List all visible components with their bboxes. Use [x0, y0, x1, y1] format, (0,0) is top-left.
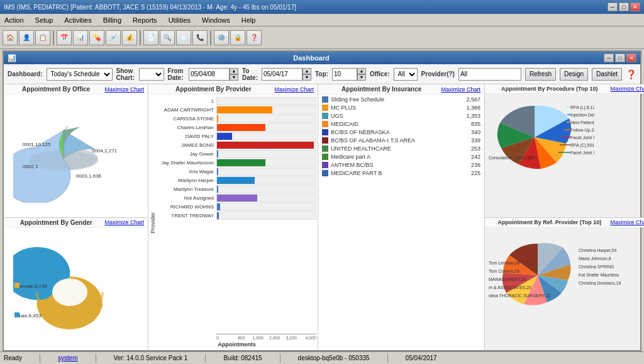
- tool-btn-15[interactable]: ❓: [247, 30, 262, 45]
- maximize-chart-provider[interactable]: Maximize Chart: [274, 86, 314, 93]
- status-desktop: desktop-bq5e0b - 050335: [298, 355, 370, 361]
- tool-btn-14[interactable]: 🔒: [230, 30, 245, 45]
- insurance-list: Sliding Fee Schedule2,567MC PLUS1,366UGS…: [318, 94, 484, 350]
- office-select[interactable]: All: [394, 68, 418, 81]
- menu-setup[interactable]: Setup: [33, 16, 55, 25]
- insurance-row: UGS1,353: [321, 112, 482, 120]
- tool-btn-5[interactable]: 📊: [73, 30, 88, 45]
- show-chart-select[interactable]: [139, 68, 164, 81]
- bar-label: Jay Shafer Mauritzsson: [157, 160, 216, 166]
- dashlet-button[interactable]: Dashlet: [592, 68, 622, 81]
- refresh-button[interactable]: Refresh: [525, 68, 556, 81]
- svg-text:Christina Domiano,18: Christina Domiano,18: [579, 281, 621, 285]
- maximize-chart-procedure[interactable]: Maximize Chart: [610, 86, 644, 92]
- bar-fill: [217, 177, 255, 184]
- menu-action[interactable]: Action: [3, 16, 26, 25]
- bar-label: Jay Gower: [157, 151, 216, 157]
- maximize-chart-gender[interactable]: Maximize Chart: [104, 219, 144, 225]
- to-date-input[interactable]: [262, 68, 303, 81]
- tool-btn-11[interactable]: ✉️: [176, 30, 191, 45]
- svg-text:Female,6,749: Female,6,749: [16, 283, 47, 289]
- tool-btn-3[interactable]: 📋: [35, 30, 50, 45]
- menu-billing[interactable]: Billing: [101, 16, 123, 25]
- to-date-up[interactable]: ▲: [303, 68, 311, 74]
- top-up[interactable]: ▲: [357, 68, 366, 74]
- dashboard-titlebar: 📊 Dashboard ─ □ ✕: [4, 52, 640, 64]
- tool-btn-6[interactable]: 💊: [89, 30, 104, 45]
- bar-fill: [217, 159, 265, 166]
- maximize-button[interactable]: □: [619, 3, 629, 11]
- from-date-input[interactable]: [189, 68, 230, 81]
- top-label: Top:: [315, 71, 328, 77]
- bar-label: RICHARD WOHNS: [157, 204, 216, 210]
- dash-close-btn[interactable]: ✕: [626, 54, 636, 62]
- menu-activities[interactable]: Activities: [62, 16, 93, 25]
- insurance-dot: [322, 162, 328, 168]
- status-version: Ver: 14.0.0 Service Pack 1: [114, 355, 188, 361]
- bar-fill: [217, 115, 218, 122]
- svg-text:Injection Detailed: Injection Detailed: [570, 113, 594, 118]
- top-down[interactable]: ▼: [357, 74, 366, 81]
- dashboard-window: 📊 Dashboard ─ □ ✕ Dashboard: Today's Sch…: [3, 50, 641, 351]
- bar-label: Charles Lenihan: [157, 125, 216, 130]
- tool-btn-1[interactable]: 🏠: [3, 30, 18, 45]
- bar-axis: 0 800 1,600 2,400 3,200 4,000: [216, 334, 316, 340]
- insurance-value: 2,567: [466, 96, 480, 103]
- svg-rect-11: [14, 283, 19, 288]
- gender-donut-svg: Female,6,749 Male,6,453: [13, 245, 139, 333]
- tool-btn-8[interactable]: 💰: [122, 30, 137, 45]
- svg-text:Christina SPRING: Christina SPRING: [579, 264, 614, 269]
- maximize-chart-insurance[interactable]: Maximize Chart: [441, 86, 480, 93]
- from-date-down[interactable]: ▼: [230, 74, 238, 81]
- to-date-down[interactable]: ▼: [303, 74, 311, 81]
- to-date-wrap: ▲ ▼: [262, 68, 311, 81]
- maximize-chart-ref[interactable]: Maximize Chart: [610, 219, 644, 225]
- dashboard-title-buttons[interactable]: ─ □ ✕: [604, 54, 636, 62]
- procedure-pie-svg: RFA (L),8,123 Injection Detailed New Pat…: [487, 96, 594, 178]
- svg-point-1: [29, 151, 98, 171]
- bar-label: ADAM CARTWRIGHT: [157, 107, 216, 113]
- insurance-dot: [322, 96, 328, 103]
- bar-label: Not Assigned: [157, 195, 216, 201]
- help-icon[interactable]: ❓: [626, 69, 636, 79]
- menu-help[interactable]: Help: [240, 16, 258, 25]
- bar-fill: [217, 168, 218, 175]
- svg-text:Tom Lenihan,36: Tom Lenihan,36: [489, 261, 520, 265]
- dash-min-btn[interactable]: ─: [604, 54, 614, 62]
- svg-text:Christina Harper,54: Christina Harper,54: [579, 248, 616, 253]
- top-input[interactable]: [332, 68, 357, 81]
- tool-btn-10[interactable]: 🔍: [160, 30, 175, 45]
- tool-btn-9[interactable]: 📄: [143, 30, 158, 45]
- bar-label: 1: [157, 98, 216, 104]
- bar-row: Jay Shafer Mauritzsson1,957: [157, 159, 316, 167]
- from-date-up[interactable]: ▲: [230, 68, 238, 74]
- chart-procedure-title: Appointment By Procedure (Top 10): [489, 86, 610, 92]
- dashboard-select[interactable]: Today's Schedule: [47, 68, 113, 81]
- bar-fill: [217, 212, 219, 219]
- menu-utilities[interactable]: Utilities: [167, 16, 192, 25]
- menu-windows[interactable]: Windows: [200, 16, 232, 25]
- menu-bar: Action Setup Activities Billing Reports …: [0, 14, 644, 26]
- close-button[interactable]: ✕: [630, 3, 640, 11]
- tool-btn-7[interactable]: 💉: [106, 30, 121, 45]
- insurance-dot: [322, 121, 328, 127]
- tool-btn-13[interactable]: ⚙️: [214, 30, 229, 45]
- menu-reports[interactable]: Reports: [131, 16, 159, 25]
- minimize-button[interactable]: ─: [608, 3, 618, 11]
- dash-max-btn[interactable]: □: [615, 54, 625, 62]
- dashboard-title-text: Dashboard: [293, 54, 329, 62]
- tool-btn-4[interactable]: 📅: [57, 30, 72, 45]
- office-pie-svg: 0001,10,125 0004,2,271 0003,1,636 0002,1: [13, 108, 139, 203]
- svg-text:m & ASSOCIATES,23: m & ASSOCIATES,23: [489, 285, 531, 290]
- chart-gender: Appointment By Gender Maximize Chart: [4, 218, 148, 351]
- tool-btn-2[interactable]: 👤: [19, 30, 34, 45]
- title-bar-buttons[interactable]: ─ □ ✕: [608, 3, 640, 11]
- insurance-name: MEDICARE PART B: [331, 170, 471, 176]
- bar-fill: [217, 124, 265, 131]
- bar-label: Kris Wagar: [157, 169, 216, 174]
- tool-btn-12[interactable]: 📞: [192, 30, 208, 45]
- design-button[interactable]: Design: [560, 68, 588, 81]
- maximize-chart-office[interactable]: Maximize Chart: [104, 86, 144, 93]
- bar-row: Marilynn Harper1,518: [157, 176, 316, 185]
- provider-input[interactable]: [458, 68, 521, 81]
